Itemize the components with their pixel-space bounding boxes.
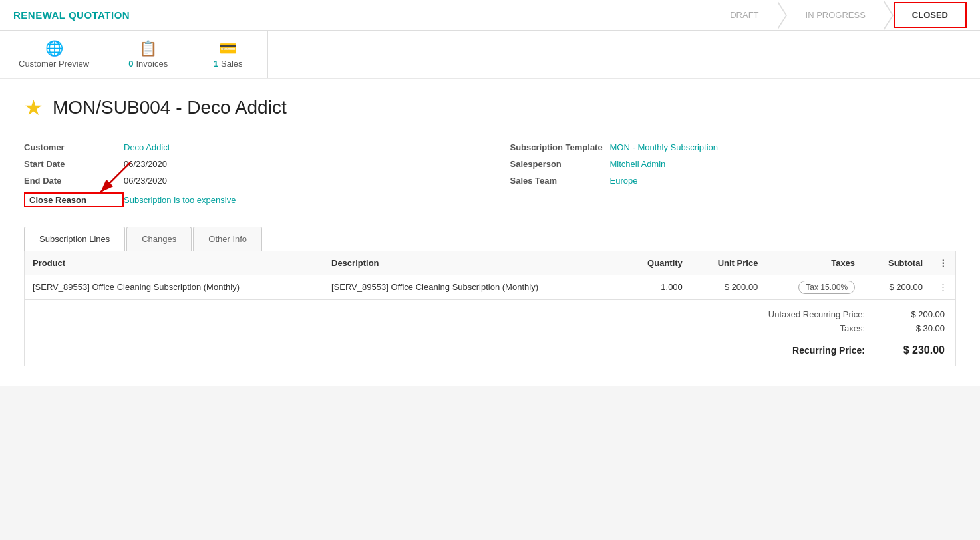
table-header-row: Product Description Quantity Unit Price … xyxy=(25,251,955,275)
customer-preview-label: Customer Preview xyxy=(19,59,89,68)
tax-badge: Tax 15.00% xyxy=(798,281,855,294)
sales-count: 1 xyxy=(214,59,218,68)
field-end-date: End Date 06/23/2020 xyxy=(24,172,470,189)
invoices-label: Invoices xyxy=(136,59,168,68)
form-grid: Customer Deco Addict Start Date 06/23/20… xyxy=(24,139,956,211)
col-menu-icon[interactable]: ⋮ xyxy=(931,251,955,275)
untaxed-total-row: Untaxed Recurring Price: $ 200.00 xyxy=(719,309,945,319)
subscription-template-label: Subscription Template xyxy=(510,142,610,152)
col-subtotal: Subtotal xyxy=(863,251,931,275)
taxes-value: $ 30.00 xyxy=(892,323,945,333)
field-start-date: Start Date 06/23/2020 xyxy=(24,156,470,172)
row-unit-price: $ 200.00 xyxy=(691,275,766,299)
customer-value[interactable]: Deco Addict xyxy=(124,142,170,152)
recurring-label: Recurring Price: xyxy=(719,345,865,356)
recurring-price-row: Recurring Price: $ 230.00 xyxy=(719,340,945,356)
end-date-label: End Date xyxy=(24,176,124,186)
row-menu-icon[interactable]: ⋮ xyxy=(931,275,955,299)
taxes-total-row: Taxes: $ 30.00 xyxy=(719,323,945,333)
row-taxes: Tax 15.00% xyxy=(766,275,863,299)
tab-changes[interactable]: Changes xyxy=(126,227,192,251)
totals-section: Untaxed Recurring Price: $ 200.00 Taxes:… xyxy=(25,299,955,366)
start-date-label: Start Date xyxy=(24,159,124,169)
record-name: MON/SUB004 - Deco Addict xyxy=(53,97,287,118)
salesperson-value[interactable]: Mitchell Admin xyxy=(610,159,666,169)
end-date-value: 06/23/2020 xyxy=(124,176,167,186)
record-title-row: ★ MON/SUB004 - Deco Addict xyxy=(24,95,956,120)
close-reason-label: Close Reason xyxy=(24,192,124,207)
col-unit-price: Unit Price xyxy=(691,251,766,275)
field-close-reason: Close Reason Subscription is too expensi… xyxy=(24,189,470,211)
col-quantity: Quantity xyxy=(622,251,691,275)
field-salesperson: Salesperson Mitchell Admin xyxy=(510,156,957,172)
globe-icon: 🌐 xyxy=(45,40,63,57)
invoices-button[interactable]: 📋 0 Invoices xyxy=(108,31,188,78)
untaxed-label: Untaxed Recurring Price: xyxy=(719,309,865,319)
field-customer: Customer Deco Addict xyxy=(24,139,470,156)
fields-left: Customer Deco Addict Start Date 06/23/20… xyxy=(24,139,470,211)
row-quantity: 1.000 xyxy=(622,275,691,299)
field-subscription-template: Subscription Template MON - Monthly Subs… xyxy=(510,139,957,156)
untaxed-value: $ 200.00 xyxy=(892,309,945,319)
close-reason-value[interactable]: Subscription is too expensive xyxy=(124,195,236,205)
page-title: RENEWAL QUOTATION xyxy=(13,9,130,21)
customer-preview-button[interactable]: 🌐 Customer Preview xyxy=(0,31,108,78)
invoices-count: 0 xyxy=(128,59,133,68)
taxes-label: Taxes: xyxy=(719,323,865,333)
favorite-star-icon[interactable]: ★ xyxy=(24,95,43,120)
status-arrow-inner-draft xyxy=(777,2,786,29)
sales-team-label: Sales Team xyxy=(510,176,610,186)
sales-icon: 💳 xyxy=(219,40,237,57)
field-sales-team: Sales Team Europe xyxy=(510,172,957,189)
start-date-value: 06/23/2020 xyxy=(124,159,167,169)
subscription-template-value[interactable]: MON - Monthly Subscription xyxy=(610,142,719,152)
fields-right: Subscription Template MON - Monthly Subs… xyxy=(510,139,957,211)
col-product: Product xyxy=(25,251,323,275)
col-description: Description xyxy=(323,251,622,275)
status-in-progress: IN PROGRESS xyxy=(787,2,884,28)
top-bar: RENEWAL QUOTATION DRAFT IN PROGRESS CLOS… xyxy=(0,0,980,31)
row-product: [SERV_89553] Office Cleaning Subscriptio… xyxy=(25,275,323,299)
customer-label: Customer xyxy=(24,142,124,152)
tab-subscription-lines[interactable]: Subscription Lines xyxy=(24,227,125,251)
sales-team-value[interactable]: Europe xyxy=(610,176,638,186)
subscription-lines-table: Product Description Quantity Unit Price … xyxy=(25,251,955,299)
main-content: ★ MON/SUB004 - Deco Addict Customer Deco… xyxy=(0,78,980,386)
tab-other-info[interactable]: Other Info xyxy=(193,227,262,251)
salesperson-label: Salesperson xyxy=(510,159,610,169)
row-description: [SERV_89553] Office Cleaning Subscriptio… xyxy=(323,275,622,299)
table-row: [SERV_89553] Office Cleaning Subscriptio… xyxy=(25,275,955,299)
invoices-icon: 📋 xyxy=(139,40,157,57)
row-subtotal: $ 200.00 xyxy=(863,275,931,299)
subscription-lines-table-section: Product Description Quantity Unit Price … xyxy=(24,251,956,366)
status-bar: DRAFT IN PROGRESS CLOSED xyxy=(711,2,967,28)
action-bar: 🌐 Customer Preview 📋 0 Invoices 💳 1 Sale… xyxy=(0,31,980,78)
recurring-value: $ 230.00 xyxy=(892,344,945,356)
tabs: Subscription Lines Changes Other Info xyxy=(24,227,956,251)
status-draft: DRAFT xyxy=(711,2,777,28)
status-arrow-inner-inprogress xyxy=(884,2,892,29)
status-closed: CLOSED xyxy=(894,2,967,28)
sales-button[interactable]: 💳 1 Sales xyxy=(188,31,268,78)
sales-label: Sales xyxy=(221,59,243,68)
col-taxes: Taxes xyxy=(766,251,863,275)
